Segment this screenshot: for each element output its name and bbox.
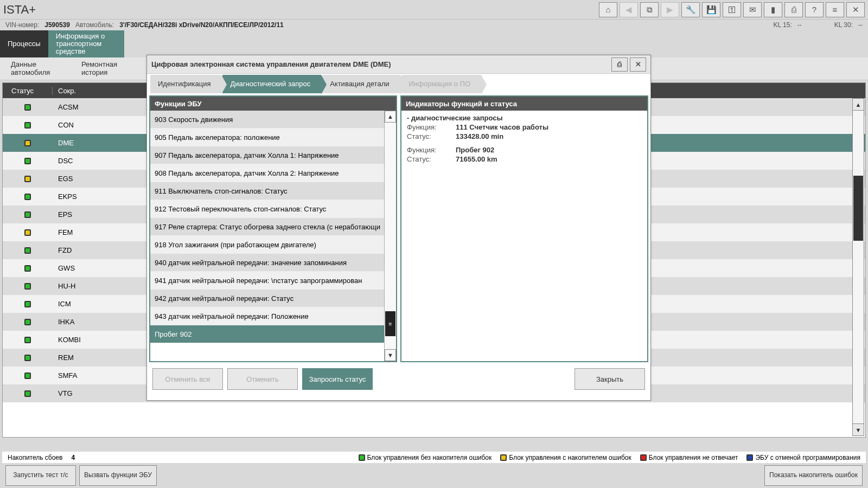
status-led (24, 104, 31, 111)
mtab-diag-request[interactable]: Диагностический запрос (222, 75, 321, 93)
function-row[interactable]: 903 Скорость движения (150, 111, 396, 129)
fn-scroll-thumb[interactable]: ≡ (385, 311, 395, 336)
show-fault-store-button[interactable]: Показать накопитель ошибок (764, 465, 863, 486)
ecu-abbrev: CON (53, 121, 161, 129)
tree-icon[interactable]: ⧉ (640, 2, 659, 17)
function-row[interactable]: 905 Педаль акселератора: положение (150, 129, 396, 146)
functions-panel-header: Функции ЭБУ (150, 97, 396, 111)
ecu-abbrev: VTG (53, 389, 161, 397)
kl15-value: -- (797, 21, 802, 29)
settings-icon[interactable]: ≡ (826, 2, 844, 17)
scroll-down-icon[interactable]: ▼ (853, 423, 864, 435)
dialog-header: Цифровая электронная система управления … (147, 55, 650, 74)
battery-icon[interactable]: ▮ (764, 2, 782, 17)
status-led (24, 122, 31, 129)
main-tabs: Процессы Информация о транспортном средс… (0, 30, 868, 57)
mtab-sw-info: Информация о ПО (401, 75, 482, 93)
cancel-button[interactable]: Отменить (227, 368, 298, 390)
content-area: Статус Сокр. ACSMCONDMEDSCEGSEKPSEPSFEMF… (2, 82, 866, 438)
vin-row: VIN-номер: J590539 Автомобиль: 3'/F30/СЕ… (0, 20, 868, 30)
function-row[interactable]: 907 Педаль акселератора, датчик Холла 1:… (150, 146, 396, 164)
cancel-all-button[interactable]: Отменить все (152, 368, 223, 390)
function-row[interactable]: 917 Реле стартера: Статус обогрева задне… (150, 218, 396, 236)
functions-scrollbar[interactable]: ▲ ≡ ▼ (384, 111, 396, 361)
ecu-abbrev: SMFA (53, 371, 161, 380)
status-led (24, 211, 31, 218)
ecu-col-status: Статус (3, 87, 53, 95)
scroll-up-icon[interactable]: ▲ (853, 99, 864, 111)
subtab-repair-history[interactable]: Ремонтная история (73, 57, 143, 80)
fn-scroll-up-icon[interactable]: ▲ (385, 111, 396, 123)
home-icon[interactable]: ⌂ (599, 2, 617, 17)
status-led (24, 194, 31, 200)
kl30-value: -- (858, 21, 863, 29)
vehicle-value: 3'/F30/СЕДАН/328i xDrive/N20/АКПП/ECE/ЛР… (119, 21, 284, 29)
status-led (24, 140, 31, 146)
status-panel: Индикаторы функций и статуса - диагности… (400, 95, 648, 362)
fn-value: Пробег 902 (456, 146, 494, 154)
mail-icon[interactable]: ✉ (743, 2, 762, 17)
st-label: Статус: (407, 132, 456, 140)
dme-dialog: Цифровая электронная система управления … (146, 55, 651, 401)
bottom-bar: Запустить тест т/с Вызвать функции ЭБУ П… (2, 464, 866, 487)
status-panel-header: Индикаторы функций и статуса (401, 97, 647, 111)
key-icon[interactable]: ⚿ (723, 2, 741, 17)
dialog-footer: Отменить все Отменить Запросить статус З… (147, 364, 650, 394)
wrench-icon[interactable]: 🔧 (681, 2, 700, 17)
function-row[interactable]: 918 Угол зажигания (при работающем двига… (150, 236, 396, 254)
status-led (24, 337, 31, 343)
ecu-abbrev: EKPS (53, 192, 161, 201)
vin-value: J590539 (44, 21, 70, 29)
function-row[interactable]: 911 Выключатель стоп-сигналов: Статус (150, 182, 396, 200)
scroll-track[interactable] (853, 111, 864, 423)
prev-icon[interactable]: ◀ (620, 2, 638, 17)
mtab-component-activation[interactable]: Активация детали (322, 75, 400, 93)
function-row[interactable]: 912 Тестовый переключатель стоп-сигналов… (150, 200, 396, 218)
ecu-abbrev: KOMBI (53, 336, 161, 344)
tab-processes[interactable]: Процессы (0, 30, 48, 57)
function-row[interactable]: Пробег 902 (150, 325, 396, 343)
functions-list: 903 Скорость движения905 Педаль акселера… (150, 111, 396, 361)
status-subtitle: - диагностические запросы (407, 114, 642, 122)
print-icon[interactable]: ⎙ (784, 2, 803, 17)
fn-scroll-track[interactable]: ≡ (385, 123, 396, 349)
dialog-print-icon[interactable]: ⎙ (611, 57, 628, 72)
save-icon[interactable]: 💾 (702, 2, 720, 17)
ecu-abbrev: DME (53, 139, 161, 147)
tab-vehicle-info[interactable]: Информация о транспортном средстве (48, 30, 124, 57)
subtab-vehicle-data[interactable]: Данные автомобиля (2, 57, 73, 80)
ecu-abbrev: HU-H (53, 282, 161, 290)
dialog-body: Функции ЭБУ 903 Скорость движения905 Пед… (147, 93, 650, 364)
help-icon[interactable]: ? (805, 2, 824, 17)
close-icon[interactable]: ✕ (846, 2, 865, 17)
dialog-close-icon[interactable]: ✕ (630, 57, 646, 72)
ecu-abbrev: DSC (53, 157, 161, 165)
ecu-abbrev: ICM (53, 300, 161, 308)
st-value: 71655.00 km (456, 155, 497, 163)
vin-label: VIN-номер: (5, 21, 39, 29)
status-led (24, 229, 31, 236)
dialog-tabs: Идентификация Диагностический запрос Акт… (147, 74, 650, 93)
request-status-button[interactable]: Запросить статус (302, 368, 373, 390)
function-row[interactable]: 942 датчик нейтральной передачи: Статус (150, 290, 396, 307)
run-test-button[interactable]: Запустить тест т/с (5, 465, 76, 486)
status-body: - диагностические запросы Функция:111 Сч… (401, 111, 647, 361)
call-ecu-fn-button[interactable]: Вызвать функции ЭБУ (79, 465, 157, 486)
vehicle-label: Автомобиль: (75, 21, 114, 29)
ecu-scrollbar[interactable]: ▲ ▼ (852, 98, 864, 436)
function-row[interactable]: 908 Педаль акселератора, датчик Холла 2:… (150, 164, 396, 182)
scroll-thumb[interactable] (853, 176, 863, 241)
mtab-identification[interactable]: Идентификация (150, 75, 221, 93)
status-led (24, 265, 31, 272)
close-button[interactable]: Закрыть (575, 368, 645, 390)
function-row[interactable]: 941 датчик нейтральной передачи: \nстату… (150, 272, 396, 290)
fault-store-label: Накопитель сбоев (8, 454, 62, 461)
legend-no-fault: Блок управления без накопителя ошибок (359, 454, 492, 461)
fn-scroll-down-icon[interactable]: ▼ (385, 349, 396, 361)
next-icon[interactable]: ▶ (661, 2, 679, 17)
function-row[interactable]: 940 датчик нейтральной передачи: значени… (150, 254, 396, 272)
function-row[interactable]: 943 датчик нейтральной передачи: Положен… (150, 307, 396, 325)
legend-row: Накопитель сбоев 4 Блок управления без н… (2, 451, 866, 463)
status-led (24, 176, 31, 182)
title-bar: ISTA+ ⌂ ◀ ⧉ ▶ 🔧 💾 ⚿ ✉ ▮ ⎙ ? ≡ ✕ (0, 0, 868, 20)
